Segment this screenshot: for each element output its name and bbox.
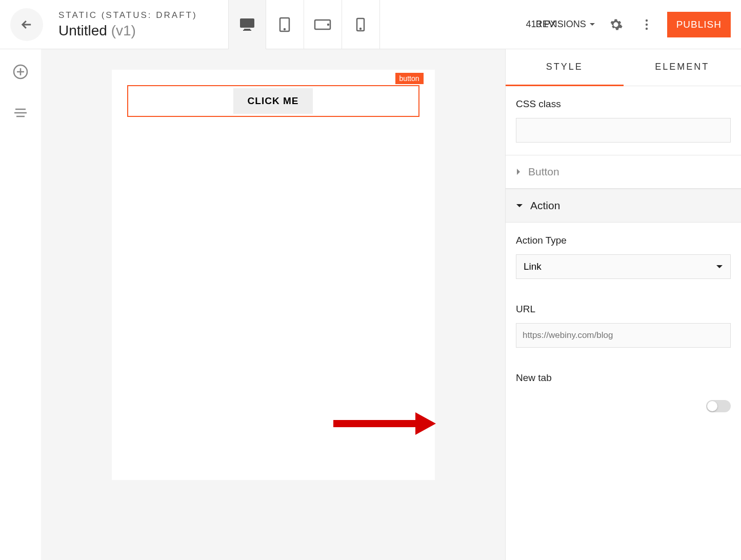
header: STATIC (STATUS: DRAFT) Untitled (v1) 413… xyxy=(0,0,741,49)
back-button[interactable] xyxy=(10,8,43,41)
more-vertical-icon xyxy=(645,18,648,31)
revisions-dropdown[interactable]: REVISIONS xyxy=(536,19,595,30)
mobile-icon xyxy=(356,17,365,32)
svg-rect-0 xyxy=(240,18,254,28)
url-section: URL xyxy=(506,291,741,360)
desktop-icon xyxy=(239,17,255,32)
css-class-label: CSS class xyxy=(516,98,731,110)
right-panel: STYLE ELEMENT CSS class Button Action Ac… xyxy=(505,49,741,560)
toggle-knob xyxy=(707,401,717,411)
svg-rect-1 xyxy=(244,29,250,30)
device-tablet-landscape[interactable] xyxy=(304,0,342,49)
svg-point-11 xyxy=(645,27,647,29)
canvas-area[interactable]: button CLICK ME xyxy=(41,49,505,560)
device-desktop[interactable] xyxy=(228,0,266,49)
arrow-left-icon xyxy=(19,17,34,32)
action-type-select[interactable]: Link xyxy=(516,254,731,279)
svg-marker-14 xyxy=(415,412,436,435)
action-type-section: Action Type Link xyxy=(506,223,741,291)
dropdown-icon xyxy=(716,264,723,269)
annotation-arrow xyxy=(328,408,436,439)
accordion-button[interactable]: Button xyxy=(506,155,741,189)
url-label: URL xyxy=(516,304,731,315)
tab-style[interactable]: STYLE xyxy=(506,49,624,86)
menu-icon xyxy=(13,108,28,118)
svg-point-10 xyxy=(645,23,647,25)
title-block: STATIC (STATUS: DRAFT) Untitled (v1) xyxy=(58,10,197,39)
accordion-action-title: Action xyxy=(530,199,560,212)
selected-element[interactable]: CLICK ME xyxy=(127,85,419,117)
chevron-down-icon xyxy=(589,23,595,27)
element-badge: button xyxy=(395,73,424,84)
new-tab-toggle-row xyxy=(506,392,741,428)
svg-rect-2 xyxy=(243,30,251,31)
chevron-down-icon xyxy=(516,203,523,208)
page-title: Untitled (v1) xyxy=(58,23,197,39)
publish-button[interactable]: PUBLISH xyxy=(667,12,731,37)
css-class-input[interactable] xyxy=(516,118,731,143)
plus-circle-icon xyxy=(12,64,29,80)
new-tab-section: New tab xyxy=(506,360,741,384)
action-type-label: Action Type xyxy=(516,235,731,246)
tablet-landscape-icon xyxy=(314,19,331,30)
svg-point-9 xyxy=(645,19,647,21)
chevron-right-icon xyxy=(516,168,521,175)
svg-point-8 xyxy=(360,28,361,29)
url-input[interactable] xyxy=(516,323,731,348)
svg-point-4 xyxy=(284,29,285,30)
page-status: STATIC (STATUS: DRAFT) xyxy=(58,10,197,21)
action-type-value: Link xyxy=(524,261,542,272)
body: button CLICK ME STYLE ELEMENT CSS class … xyxy=(0,49,741,560)
gear-icon xyxy=(609,17,623,32)
device-tabs xyxy=(228,0,380,49)
tablet-icon xyxy=(278,17,291,32)
new-tab-toggle[interactable] xyxy=(706,400,731,412)
add-element-button[interactable] xyxy=(10,62,31,82)
header-right: 413 PX REVISIONS PUBLISH xyxy=(526,12,741,37)
tab-element[interactable]: ELEMENT xyxy=(624,49,742,86)
accordion-button-title: Button xyxy=(528,166,559,178)
more-button[interactable] xyxy=(636,14,657,35)
canvas-button[interactable]: CLICK ME xyxy=(233,88,313,114)
left-rail xyxy=(0,49,41,560)
css-class-section: CSS class xyxy=(506,86,741,155)
panel-tabs: STYLE ELEMENT xyxy=(506,49,741,86)
menu-button[interactable] xyxy=(10,103,31,123)
accordion-action[interactable]: Action xyxy=(506,189,741,223)
settings-button[interactable] xyxy=(606,14,626,35)
device-mobile[interactable] xyxy=(342,0,380,49)
device-tablet[interactable] xyxy=(266,0,304,49)
new-tab-label: New tab xyxy=(516,372,731,384)
svg-point-6 xyxy=(328,24,329,25)
